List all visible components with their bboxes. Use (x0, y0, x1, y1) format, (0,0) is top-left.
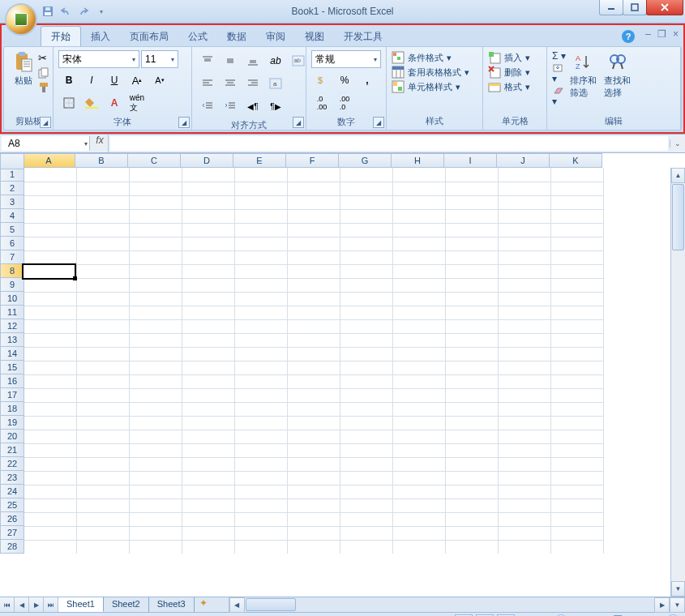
cell[interactable] (235, 540, 288, 554)
font-name-combo[interactable]: 宋体▾ (58, 50, 139, 68)
cell[interactable] (340, 347, 393, 361)
cell[interactable] (551, 498, 604, 513)
cell[interactable] (182, 374, 235, 389)
number-format-combo[interactable]: 常规▾ (311, 50, 381, 68)
col-header-G[interactable]: G (339, 153, 392, 168)
cell[interactable] (130, 512, 182, 527)
cell[interactable] (182, 168, 235, 182)
cell[interactable] (551, 195, 604, 210)
cell[interactable] (551, 223, 604, 237)
cell[interactable] (77, 182, 130, 196)
fill-button[interactable]: ▾ (552, 63, 566, 84)
cell[interactable] (393, 168, 446, 182)
cell[interactable] (551, 292, 604, 306)
cell[interactable] (130, 306, 182, 320)
cell[interactable] (77, 374, 130, 389)
cell[interactable] (499, 168, 551, 182)
cell[interactable] (551, 416, 604, 430)
cell[interactable] (235, 361, 288, 375)
autosum-button[interactable]: Σ ▾ (552, 50, 566, 62)
name-box[interactable]: A8▾ (2, 136, 90, 151)
cell[interactable] (393, 223, 446, 237)
cell[interactable] (130, 168, 182, 182)
cell[interactable] (130, 526, 182, 541)
cell[interactable] (551, 374, 604, 389)
cell[interactable] (288, 182, 340, 196)
cell[interactable] (182, 182, 235, 196)
cell[interactable] (499, 388, 551, 403)
cell[interactable] (288, 292, 340, 306)
cell[interactable] (182, 512, 235, 527)
cell[interactable] (340, 471, 393, 486)
cell[interactable] (24, 374, 77, 389)
cell[interactable] (235, 306, 288, 320)
row-header-19[interactable]: 19 (0, 416, 24, 430)
row-header-6[interactable]: 6 (0, 237, 24, 250)
cell[interactable] (235, 319, 288, 334)
cell[interactable] (393, 457, 446, 472)
cell[interactable] (288, 540, 340, 554)
cell[interactable] (235, 195, 288, 210)
cell[interactable] (130, 237, 182, 251)
row-header-7[interactable]: 7 (0, 250, 24, 264)
sort-filter-button[interactable]: AZ 排序和 筛选 (567, 50, 600, 99)
cell[interactable] (340, 485, 393, 499)
cell[interactable] (340, 319, 393, 334)
cell[interactable] (499, 319, 551, 334)
cell[interactable] (446, 319, 499, 334)
cell[interactable] (182, 264, 235, 279)
cell[interactable] (235, 182, 288, 196)
align-middle-button[interactable] (220, 50, 241, 71)
cell[interactable] (24, 209, 77, 224)
cell[interactable] (288, 443, 340, 458)
cell[interactable] (77, 223, 130, 237)
row-header-26[interactable]: 26 (0, 512, 24, 526)
cell[interactable] (24, 402, 77, 417)
cell[interactable] (182, 526, 235, 541)
cell[interactable] (446, 457, 499, 472)
col-header-J[interactable]: J (497, 153, 550, 168)
cell[interactable] (288, 457, 340, 472)
cell[interactable] (24, 319, 77, 334)
decrease-indent-button[interactable] (197, 96, 218, 117)
cell[interactable] (446, 223, 499, 237)
cell[interactable] (446, 237, 499, 251)
cell[interactable] (235, 526, 288, 541)
cell[interactable] (551, 485, 604, 499)
format-painter-icon[interactable] (38, 82, 49, 93)
cell[interactable] (182, 388, 235, 403)
cell[interactable] (340, 278, 393, 293)
scroll-left-icon[interactable]: ◀ (229, 597, 245, 613)
align-left-button[interactable] (197, 73, 218, 94)
cell[interactable] (24, 388, 77, 403)
cell[interactable] (551, 333, 604, 348)
cell[interactable] (340, 402, 393, 417)
cell[interactable] (446, 264, 499, 279)
help-icon[interactable]: ? (622, 30, 635, 43)
cell[interactable] (446, 361, 499, 375)
cell[interactable] (77, 264, 130, 279)
cell[interactable] (130, 430, 182, 444)
cell[interactable] (446, 471, 499, 486)
cell[interactable] (235, 264, 288, 279)
cell[interactable] (182, 485, 235, 499)
row-header-24[interactable]: 24 (0, 485, 24, 498)
cell[interactable] (24, 443, 77, 458)
align-bottom-button[interactable] (242, 50, 263, 71)
cell[interactable] (77, 237, 130, 251)
cell[interactable] (235, 388, 288, 403)
cell[interactable] (393, 361, 446, 375)
cell[interactable] (288, 250, 340, 265)
cell[interactable] (393, 388, 446, 403)
cell[interactable] (235, 250, 288, 265)
cell[interactable] (77, 388, 130, 403)
cell[interactable] (288, 361, 340, 375)
cell[interactable] (77, 416, 130, 430)
cell[interactable] (340, 209, 393, 224)
increase-decimal-button[interactable]: .0.00 (311, 92, 332, 113)
comma-button[interactable]: , (357, 70, 378, 91)
cell[interactable] (77, 498, 130, 513)
cell[interactable] (393, 306, 446, 320)
cell[interactable] (130, 416, 182, 430)
cell[interactable] (499, 182, 551, 196)
